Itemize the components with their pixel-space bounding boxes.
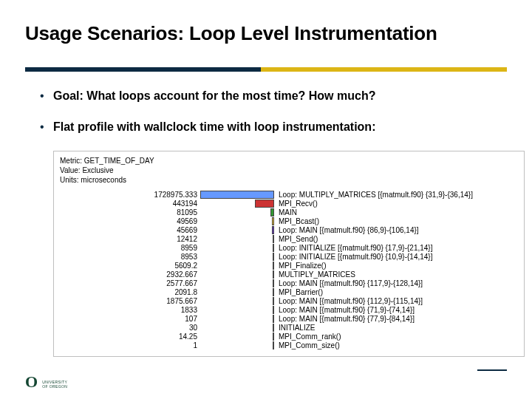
bar-track — [200, 226, 274, 234]
divider — [25, 67, 507, 72]
bar-value: 45669 — [60, 226, 206, 234]
bar-row: 14.25MPI_Comm_rank() — [60, 332, 518, 341]
bar — [273, 270, 274, 279]
bullet-marker: • — [40, 119, 53, 135]
bar-track — [200, 262, 274, 270]
logo-line2: OF OREGON — [42, 385, 67, 389]
bar-track — [200, 324, 274, 332]
bar-row: 2577.667Loop: MAIN [{matmult.f90} {117,9… — [60, 279, 518, 288]
bar — [273, 306, 274, 314]
bar — [270, 208, 274, 216]
bar — [273, 297, 274, 305]
bar-value: 2091.8 — [60, 288, 212, 296]
bar-row: 30INITIALIZE — [60, 324, 518, 332]
bar-value: 49569 — [60, 217, 205, 225]
bar-track — [200, 279, 274, 287]
slide-title: Usage Scenarios: Loop Level Instrumentat… — [25, 22, 507, 45]
bar-value: 14.25 — [60, 332, 212, 341]
bar-label: MPI_Send() — [276, 235, 318, 243]
uo-logo: O UNIVERSITY OF OREGON — [25, 375, 67, 389]
bar-row: 2091.8MPI_Barrier() — [60, 288, 518, 297]
bar-label: Loop: MAIN [{matmult.f90} {112,9}-{115,1… — [276, 297, 423, 305]
bar-row: 443194MPI_Recv() — [60, 200, 518, 208]
bar-track — [200, 332, 274, 341]
bullet-text: Goal: What loops account for the most ti… — [53, 88, 375, 104]
bar-value: 81095 — [60, 208, 203, 216]
bar-rows: 1728975.333Loop: MULTIPLY_MATRICES [{mat… — [60, 191, 518, 350]
bar-track — [200, 191, 274, 199]
bar-value: 1833 — [60, 306, 212, 314]
bar-label: Loop: INITIALIZE [{matmult.f90} {10,9}-{… — [276, 253, 432, 261]
bar — [200, 191, 274, 199]
bar — [272, 226, 274, 234]
bar-value: 2577.667 — [60, 279, 212, 287]
meta-metric: Metric: GET_TIME_OF_DAY — [60, 156, 518, 166]
bar-value: 107 — [60, 315, 212, 323]
bullets: • Goal: What loops account for the most … — [40, 88, 507, 136]
bar-row: 12412MPI_Send() — [60, 235, 518, 244]
bar-track — [200, 288, 274, 296]
uo-o-mark: O — [25, 375, 38, 389]
bar-track — [200, 200, 274, 208]
bar-row: 8953Loop: INITIALIZE [{matmult.f90} {10,… — [60, 253, 518, 262]
bar-row: 1875.667Loop: MAIN [{matmult.f90} {112,9… — [60, 297, 518, 306]
bar — [273, 315, 274, 323]
bar-row: 1728975.333Loop: MULTIPLY_MATRICES [{mat… — [60, 191, 518, 200]
bar-row: 45669Loop: MAIN [{matmult.f90} {86,9}-{1… — [60, 226, 518, 235]
bar-value: 1 — [60, 341, 212, 349]
bar-track — [200, 270, 274, 279]
bullet-text: Flat profile with wallclock time with lo… — [53, 119, 375, 135]
bar-label: Loop: MAIN [{matmult.f90} {77,9}-{84,14}… — [276, 315, 415, 323]
footer-rule — [477, 369, 507, 371]
bar — [273, 244, 274, 252]
bar-label: Loop: MULTIPLY_MATRICES [{matmult.f90} {… — [276, 191, 473, 199]
bar-value: 8959 — [60, 244, 209, 252]
divider-gold — [261, 67, 507, 72]
bar-label: MPI_Recv() — [276, 200, 318, 208]
bar-row: 1833Loop: MAIN [{matmult.f90} {71,9}-{74… — [60, 306, 518, 315]
bar-label: INITIALIZE — [276, 324, 315, 332]
meta-units: Units: microseconds — [60, 175, 518, 185]
bar-label: Loop: MAIN [{matmult.f90} {117,9}-{128,1… — [276, 279, 423, 287]
bullet-item: • Flat profile with wallclock time with … — [40, 119, 507, 135]
bar-label: Loop: MAIN [{matmult.f90} {86,9}-{106,14… — [276, 226, 419, 234]
bar-label: MPI_Comm_size() — [276, 341, 340, 349]
bar — [273, 262, 274, 270]
bar-track — [200, 315, 274, 323]
bar — [273, 279, 274, 287]
bar-value: 1875.667 — [60, 297, 212, 305]
bar-label: Loop: MAIN [{matmult.f90} {71,9}-{74,14}… — [276, 306, 415, 314]
bar-value: 5609.2 — [60, 262, 212, 270]
bar-row: 49569MPI_Bcast() — [60, 217, 518, 226]
bar-row: 1MPI_Comm_size() — [60, 341, 518, 350]
bar-track — [200, 297, 274, 305]
profile-panel: Metric: GET_TIME_OF_DAY Value: Exclusive… — [53, 151, 525, 357]
bar-track — [200, 306, 274, 314]
divider-dark — [25, 67, 261, 72]
bar-value: 30 — [60, 324, 212, 332]
bar-label: MPI_Finalize() — [276, 262, 326, 270]
bar-track — [200, 217, 274, 225]
bar-label: Loop: INITIALIZE [{matmult.f90} {17,9}-{… — [276, 244, 432, 252]
bar-row: 8959Loop: INITIALIZE [{matmult.f90} {17,… — [60, 244, 518, 253]
bar-value: 443194 — [60, 200, 202, 208]
bar-track — [200, 341, 274, 349]
bar-track — [200, 208, 274, 216]
bar-row: 81095MAIN — [60, 208, 518, 217]
bar — [273, 253, 274, 261]
bar — [273, 324, 274, 332]
bar-value: 2932.667 — [60, 270, 212, 279]
bar-row: 107Loop: MAIN [{matmult.f90} {77,9}-{84,… — [60, 315, 518, 324]
bar-label: MULTIPLY_MATRICES — [276, 270, 355, 279]
bar — [273, 341, 274, 349]
bar-value: 8953 — [60, 253, 211, 261]
bullet-marker: • — [40, 88, 53, 104]
bar — [273, 288, 274, 296]
bar-row: 5609.2MPI_Finalize() — [60, 262, 518, 270]
bar-value: 1728975.333 — [60, 191, 200, 199]
profile-meta: Metric: GET_TIME_OF_DAY Value: Exclusive… — [60, 156, 518, 185]
bar-label: MPI_Barrier() — [276, 288, 323, 296]
meta-value: Value: Exclusive — [60, 166, 518, 175]
bar — [273, 332, 274, 341]
bar-track — [200, 235, 274, 243]
